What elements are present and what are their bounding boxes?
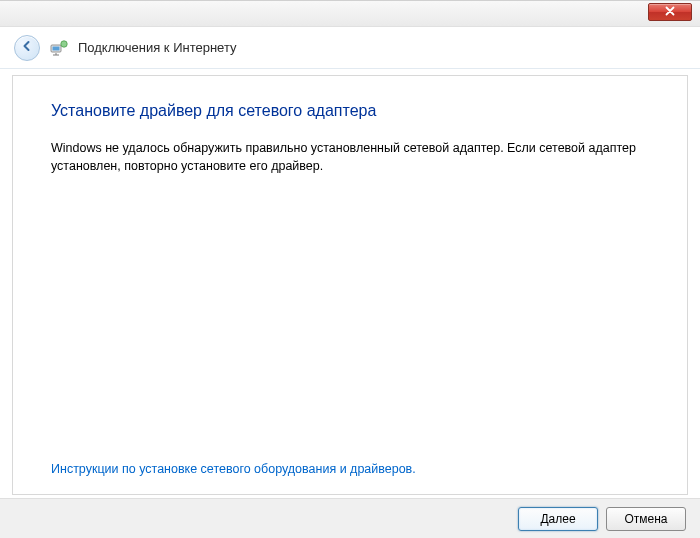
body-text: Windows не удалось обнаружить правильно … [51, 140, 649, 175]
cancel-button[interactable]: Отмена [606, 507, 686, 531]
back-button[interactable] [14, 35, 40, 61]
svg-rect-1 [53, 46, 60, 50]
instructions-link[interactable]: Инструкции по установке сетевого оборудо… [51, 462, 416, 476]
wizard-footer: Далее Отмена [0, 498, 700, 538]
content-wrap: Установите драйвер для сетевого адаптера… [0, 69, 700, 495]
wizard-header: Подключения к Интернету [0, 27, 700, 69]
close-icon [665, 5, 675, 19]
wizard-window: Подключения к Интернету Установите драйв… [0, 0, 700, 538]
network-wizard-icon [50, 39, 68, 57]
page-heading: Установите драйвер для сетевого адаптера [51, 102, 649, 120]
svg-point-2 [61, 40, 67, 46]
back-arrow-icon [21, 40, 33, 55]
wizard-title: Подключения к Интернету [78, 40, 237, 55]
titlebar [0, 1, 700, 27]
next-button[interactable]: Далее [518, 507, 598, 531]
content-panel: Установите драйвер для сетевого адаптера… [12, 75, 688, 495]
close-button[interactable] [648, 3, 692, 21]
